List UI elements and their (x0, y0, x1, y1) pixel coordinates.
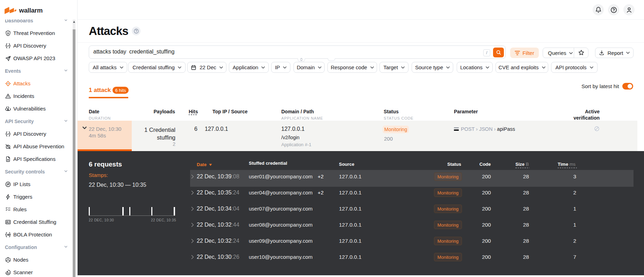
svg-text:wallarm: wallarm (19, 7, 43, 14)
